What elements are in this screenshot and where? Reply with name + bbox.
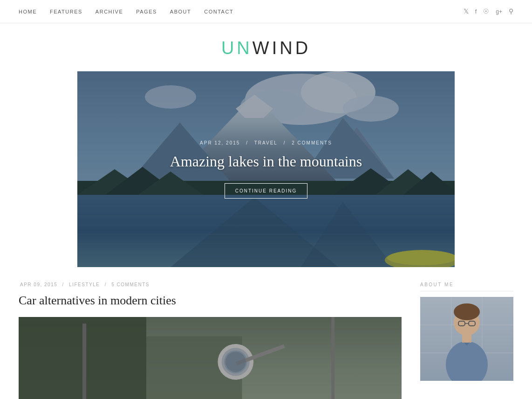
sidebar-about-photo[interactable]: [420, 297, 513, 381]
post-title[interactable]: Car alternatives in modern cities: [19, 293, 402, 309]
nav-links: HOME FEATURES ARCHIVE PAGES ABOUT CONTAC…: [19, 9, 233, 14]
post-meta: APR 09, 2015 / LIFESTYLE / 5 COMMENTS: [19, 282, 402, 287]
svg-point-48: [454, 303, 480, 320]
main-nav: HOME FEATURES ARCHIVE PAGES ABOUT CONTAC…: [0, 0, 532, 23]
hero-separator1: /: [246, 140, 248, 145]
instagram-icon[interactable]: ☉: [483, 7, 489, 15]
svg-rect-53: [462, 333, 471, 343]
sidebar-about-title: ABOUT ME: [420, 282, 513, 291]
post-date: APR 09, 2015: [20, 282, 57, 287]
hero-category[interactable]: TRAVEL: [254, 140, 278, 145]
nav-item-home[interactable]: HOME: [19, 9, 37, 14]
post-illustration: [19, 317, 402, 399]
nav-item-features[interactable]: FEATURES: [50, 9, 82, 14]
svg-rect-40: [19, 317, 402, 399]
sidebar-photo-bg: [420, 297, 513, 381]
nav-item-archive[interactable]: ARCHIVE: [95, 9, 123, 14]
main-content-area: APR 09, 2015 / LIFESTYLE / 5 COMMENTS Ca…: [19, 267, 513, 399]
nav-social: 𝕏 f ☉ g+ ⚲: [464, 7, 513, 15]
hero-text-content: APR 12, 2015 / TRAVEL / 2 COMMENTS Amazi…: [77, 71, 455, 267]
post-item: APR 09, 2015 / LIFESTYLE / 5 COMMENTS Ca…: [19, 282, 402, 399]
site-logo[interactable]: UNWIND: [0, 38, 532, 58]
facebook-icon[interactable]: f: [475, 8, 477, 15]
hero-date: APR 12, 2015: [200, 140, 240, 145]
hero-comments[interactable]: 2 COMMENTS: [292, 140, 332, 145]
continue-reading-button[interactable]: CONTINUE READING: [225, 183, 308, 199]
site-logo-area: UNWIND: [0, 23, 532, 71]
post-comments[interactable]: 5 COMMENTS: [111, 282, 150, 287]
twitter-icon[interactable]: 𝕏: [464, 7, 469, 15]
post-sep2: /: [105, 282, 107, 287]
sidebar: ABOUT ME: [420, 282, 513, 399]
logo-part1: UN: [221, 38, 252, 58]
nav-item-about[interactable]: ABOUT: [170, 9, 191, 14]
hero-title[interactable]: Amazing lakes in the mountains: [170, 153, 362, 170]
post-sep1: /: [62, 282, 64, 287]
hero-meta: APR 12, 2015 / TRAVEL / 2 COMMENTS: [198, 140, 334, 145]
post-image-bg: [19, 317, 402, 399]
about-photo-illustration: [420, 297, 513, 381]
post-image[interactable]: [19, 317, 402, 399]
nav-item-pages[interactable]: PAGES: [136, 9, 157, 14]
posts-list: APR 09, 2015 / LIFESTYLE / 5 COMMENTS Ca…: [19, 282, 402, 399]
hero-separator2: /: [284, 140, 286, 145]
logo-part2: WIND: [252, 38, 311, 58]
post-category[interactable]: LIFESTYLE: [69, 282, 100, 287]
hero-section: APR 12, 2015 / TRAVEL / 2 COMMENTS Amazi…: [77, 71, 455, 267]
googleplus-icon[interactable]: g+: [496, 8, 502, 15]
search-icon[interactable]: ⚲: [509, 7, 513, 15]
nav-item-contact[interactable]: CONTACT: [204, 9, 233, 14]
